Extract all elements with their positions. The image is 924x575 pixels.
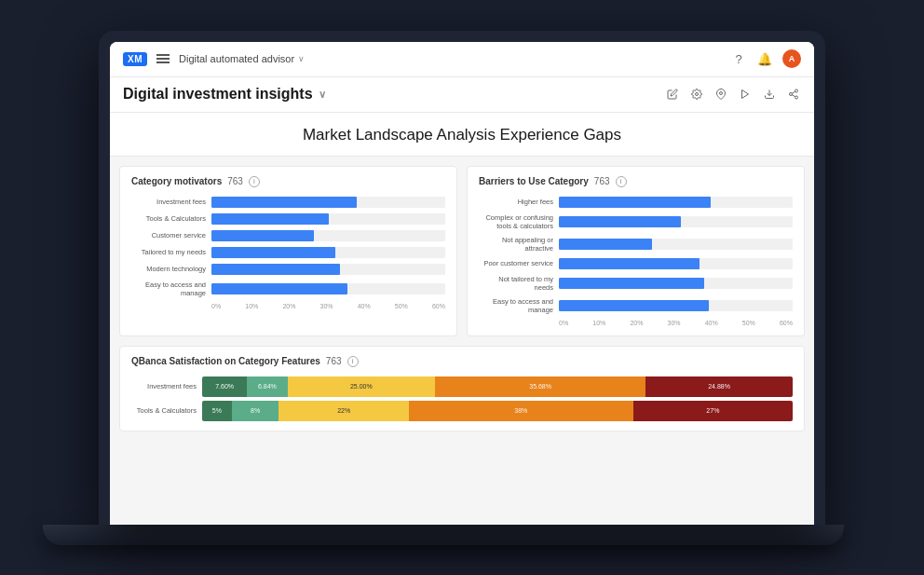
stacked-segment: 22%	[279, 401, 408, 421]
right-bar-chart: Higher fees Complex or confusing tools &…	[479, 197, 793, 314]
secondary-navbar: Digital investment insights ∨	[110, 77, 814, 113]
help-icon[interactable]: ?	[730, 50, 747, 67]
nav-icons-group: ? 🔔 A	[730, 49, 801, 68]
category-motivators-chart: Category motivators 763 i Investment fee…	[119, 166, 457, 336]
dashboard-title: Market Landscape Analysis Experience Gap…	[129, 126, 795, 144]
stacked-segment: 5%	[202, 401, 232, 421]
left-chart-count: 763	[227, 176, 243, 186]
right-chart-count: 763	[594, 176, 610, 186]
avatar[interactable]: A	[782, 49, 801, 68]
stacked-segment: 24.88%	[645, 376, 793, 397]
stacked-bars: 5% 8% 22% 38% 27%	[202, 401, 793, 421]
left-chart-axis: 0%10%20%30%40%50%60%	[131, 303, 445, 309]
right-chart-info-icon[interactable]: i	[616, 176, 627, 187]
settings-icon[interactable]	[689, 87, 704, 102]
hamburger-menu[interactable]	[156, 54, 170, 63]
top-navbar: XM Digital automated advisor ∨ ? 🔔 A	[110, 42, 814, 77]
bar-row: Easy to access and manage	[131, 281, 445, 297]
bar-row: Tools & Calculators	[131, 213, 445, 225]
svg-marker-2	[742, 90, 749, 99]
stacked-segment: 35.68%	[435, 376, 645, 397]
stacked-segment: 6.84%	[247, 376, 287, 397]
left-bar-chart: Investment fees Tools & Calculators Cust…	[131, 197, 445, 297]
stacked-chart-info-icon[interactable]: i	[347, 356, 359, 367]
left-chart-title: Category motivators	[131, 176, 222, 186]
svg-point-5	[790, 93, 793, 96]
stacked-segment: 25.00%	[288, 376, 436, 397]
bar-row: Complex or confusing tools & calculators	[479, 213, 793, 230]
bar-row: Investment fees	[131, 197, 445, 208]
right-chart-title: Barriers to Use Category	[479, 176, 589, 186]
bar-row: Modern technology	[131, 264, 445, 275]
charts-row: Category motivators 763 i Investment fee…	[110, 157, 814, 346]
svg-line-8	[792, 91, 795, 93]
laptop-base	[43, 525, 844, 545]
page-title-chevron-icon: ∨	[319, 89, 326, 101]
stacked-segment: 8%	[232, 401, 279, 421]
share-icon[interactable]	[786, 87, 801, 102]
svg-point-0	[696, 93, 699, 96]
stacked-chart-title: QBanca Satisfaction on Category Features	[131, 356, 320, 366]
svg-point-1	[720, 92, 723, 95]
bar-row: Tailored to my needs	[131, 247, 445, 258]
dashboard-title-bar: Market Landscape Analysis Experience Gap…	[110, 113, 814, 157]
bell-icon[interactable]: 🔔	[756, 50, 773, 67]
bar-row: Not appealing or attractive	[479, 236, 793, 253]
right-chart-axis: 0%10%20%30%40%50%60%	[479, 320, 793, 326]
download-icon[interactable]	[762, 87, 777, 102]
bottom-section: QBanca Satisfaction on Category Features…	[110, 346, 814, 525]
stacked-bars: 7.60% 6.84% 25.00% 35.68% 24.88%	[202, 376, 793, 397]
barriers-chart: Barriers to Use Category 763 i Higher fe…	[467, 166, 805, 336]
stacked-chart: Investment fees 7.60% 6.84% 25.00% 35.68…	[131, 376, 793, 421]
stacked-segment: 38%	[409, 401, 633, 421]
play-icon[interactable]	[738, 87, 753, 102]
svg-point-4	[795, 89, 798, 92]
stacked-chart-count: 763	[326, 356, 342, 366]
bar-row: Customer service	[131, 230, 445, 241]
left-chart-info-icon[interactable]: i	[249, 176, 260, 187]
bar-row: Higher fees	[479, 197, 793, 208]
page-title: Digital investment insights ∨	[123, 86, 326, 103]
bar-row: Not tailored to my needs	[479, 275, 793, 292]
stacked-row: Investment fees 7.60% 6.84% 25.00% 35.68…	[131, 376, 793, 397]
stacked-chart-card: QBanca Satisfaction on Category Features…	[119, 346, 805, 431]
stacked-row: Tools & Calculators 5% 8% 22% 38% 27%	[131, 401, 793, 421]
stacked-segment: 7.60%	[202, 376, 247, 397]
pin-icon[interactable]	[713, 87, 728, 102]
svg-line-7	[792, 95, 795, 97]
nav-app-title: Digital automated advisor ∨	[179, 53, 305, 64]
xm-logo: XM	[123, 52, 147, 66]
svg-point-6	[795, 96, 798, 99]
bar-row: Easy to access and manage	[479, 297, 793, 314]
bar-row: Poor customer service	[479, 258, 793, 269]
edit-icon[interactable]	[665, 87, 680, 102]
nav-chevron-icon: ∨	[298, 54, 305, 63]
stacked-segment: 27%	[633, 401, 793, 421]
main-content: Market Landscape Analysis Experience Gap…	[110, 113, 814, 525]
toolbar-icons-group	[665, 87, 801, 102]
